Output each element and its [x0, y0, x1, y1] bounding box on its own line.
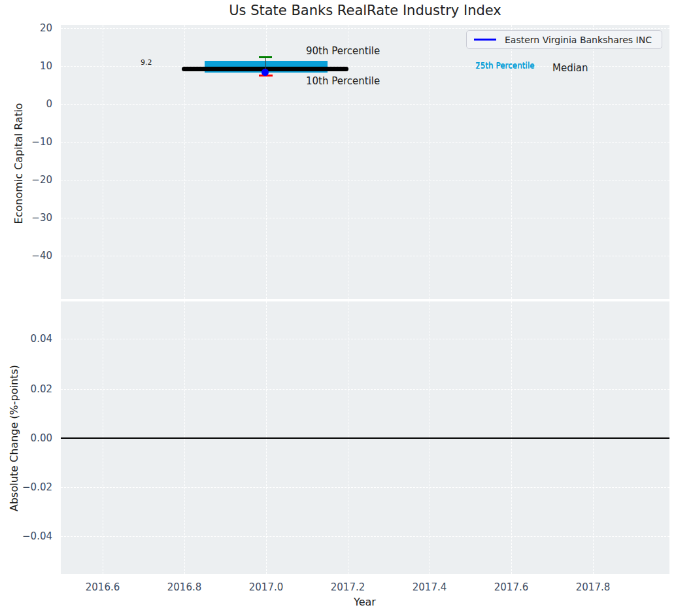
zero-reference-line [61, 437, 669, 439]
legend-line-sample [474, 39, 496, 41]
median-annotation: Median [552, 62, 588, 74]
legend-box: Eastern Virginia Bankshares INC [466, 30, 662, 49]
gridline-horizontal [61, 104, 669, 105]
chart-title: Us State Banks RealRate Industry Index [61, 3, 669, 18]
ytick-top: 0 [0, 98, 52, 110]
gridline-horizontal [61, 487, 669, 488]
ytick-top: −30 [0, 212, 52, 224]
legend-label: Eastern Virginia Bankshares INC [505, 35, 652, 45]
xtick: 2017.2 [318, 581, 377, 593]
gridline-horizontal [61, 389, 669, 390]
p10-annotation: 10th Percentile [306, 75, 380, 87]
ytick-top: 20 [0, 22, 52, 34]
top-subplot-area: 9.2 90th Percentile 10th Percentile 75th… [61, 25, 669, 299]
ytick-top: −40 [0, 250, 52, 262]
gridline-horizontal [61, 180, 669, 180]
gridline-horizontal [61, 142, 669, 143]
gridline-horizontal [61, 339, 669, 339]
xlabel: Year [299, 596, 430, 608]
gridline-horizontal [61, 218, 669, 218]
p90-annotation: 90th Percentile [306, 45, 380, 57]
xtick: 2017.4 [400, 581, 459, 593]
ytick-top: −10 [0, 136, 52, 148]
company-marker-dot [262, 69, 269, 76]
xtick: 2016.6 [73, 581, 132, 593]
xtick: 2017.6 [482, 581, 541, 593]
chart-figure: Us State Banks RealRate Industry Index 9… [0, 0, 676, 616]
bottom-ylabel: Absolute Change (%-points) [8, 340, 21, 536]
top-ylabel: Economic Capital Ratio [12, 65, 25, 262]
p25-annotation: 25th Percentile [475, 61, 535, 71]
gridline-horizontal [61, 256, 669, 256]
xtick: 2017.0 [237, 581, 296, 593]
ytick-top: 10 [0, 60, 52, 72]
median-value-annotation: 9.2 [141, 58, 152, 67]
p90-cap [259, 56, 272, 58]
gridline-horizontal [61, 536, 669, 537]
xtick: 2017.8 [564, 581, 622, 593]
xtick: 2016.8 [155, 581, 214, 593]
gridline-horizontal [61, 28, 669, 29]
ytick-top: −20 [0, 174, 52, 186]
bottom-subplot-area [61, 301, 669, 574]
